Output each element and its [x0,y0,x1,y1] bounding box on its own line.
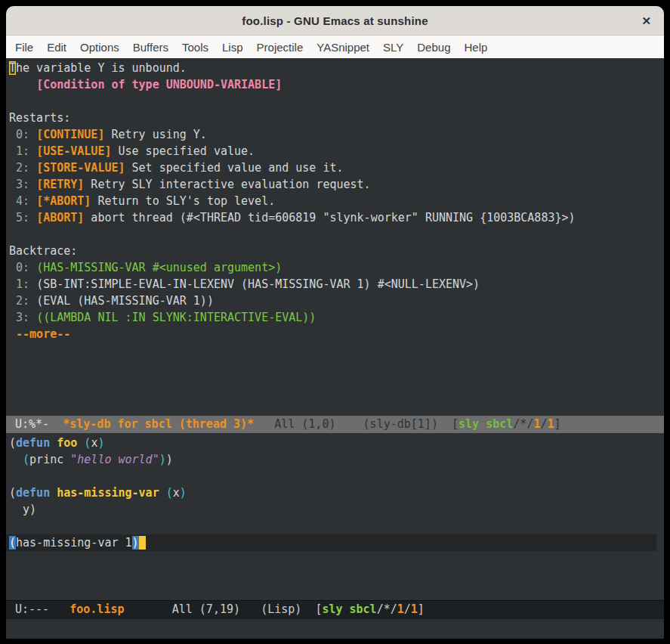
sly-db-buffer[interactable]: The variable Y is unbound. [Condition of… [6,58,664,416]
text-segment: 5: [9,211,36,224]
text-segment: /*/ [513,417,533,431]
text-segment: [Condition of type UNBOUND-VARIABLE] [36,78,282,91]
text-segment: 2: [9,161,36,175]
text-segment: ) [97,436,104,450]
text-segment: 1 [411,602,418,616]
text-segment: Set specified value and use it. [125,161,344,175]
menu-item-sly[interactable]: SLY [376,41,410,54]
text-segment: ( [9,536,16,550]
menu-bar: FileEditOptionsBuffersToolsLispProjectil… [6,36,664,58]
text-segment: U:--- [15,602,49,616]
text-segment: / [404,602,411,616]
text-segment: 1: [9,277,36,291]
text-segment: 1: [9,144,36,158]
text-line: 3: ((LAMBDA NIL :IN SLYNK:INTERACTIVE-EV… [6,309,664,326]
menu-item-help[interactable]: Help [457,41,494,54]
text-segment: (EVAL (HAS-MISSING-VAR 1)) [36,294,214,308]
text-segment [49,417,63,431]
text-segment: Retry SLY interactive evaluation request… [84,178,370,191]
text-line: (princ "hello world")) [6,451,664,468]
text-segment: [ABORT] [36,211,84,224]
text-segment: Restarts: [9,111,70,125]
text-segment: [*ABORT] [36,194,91,208]
text-line [6,468,664,485]
text-segment: Use specified value. [111,144,255,158]
text-segment: 3: [9,311,36,324]
text-segment: sly sbcl [459,417,513,431]
text-segment [240,602,261,616]
modeline-foo-lisp[interactable]: U:--- foo.lisp All (7,19) (Lisp) [sly sb… [6,600,664,619]
text-segment: 1 [397,602,404,616]
menu-item-yasnippet[interactable]: YASnippet [310,41,376,54]
text-segment: [USE-VALUE] [36,144,111,158]
text-segment: Retry using Y. [104,128,206,141]
text-segment: ( [166,486,173,500]
text-segment [438,417,452,431]
text-segment: --more-- [16,327,70,341]
text-segment: sly sbcl [322,602,376,616]
menu-item-projectile[interactable]: Projectile [250,41,310,54]
text-line: 5: [ABORT] abort thread (#<THREAD tid=60… [6,209,664,226]
text-segment: has-missing-var 1 [16,536,132,550]
text-segment: ) [180,486,187,500]
menu-item-file[interactable]: File [8,41,40,54]
text-segment [9,78,36,91]
window-titlebar[interactable]: foo.lisp - GNU Emacs at sunshine ✕ [6,6,664,36]
text-line: [Condition of type UNBOUND-VARIABLE] [6,76,664,93]
text-segment [50,436,57,450]
text-segment: All (1,0) [274,417,335,431]
text-segment: U:%*- [15,417,49,431]
text-segment: ) [166,453,173,466]
text-segment: ( [9,436,16,450]
menu-item-debug[interactable]: Debug [410,41,457,54]
text-segment: [STORE-VALUE] [36,161,125,175]
text-segment [254,417,274,431]
menu-item-options[interactable]: Options [73,41,126,54]
text-segment: abort thread (#<THREAD tid=606819 "slynk… [84,211,575,224]
text-line: (defun foo (x) [6,435,664,451]
text-segment: 0: [9,261,36,274]
source-buffer[interactable]: (defun foo (x) (princ "hello world")) (d… [6,433,664,600]
text-cursor: T [9,61,16,75]
text-line: 4: [*ABORT] Return to SLY's top level. [6,193,664,209]
text-line: --more-- [6,326,664,342]
text-segment [49,602,69,616]
menu-item-buffers[interactable]: Buffers [126,41,175,54]
text-segment: (HAS-MISSING-VAR #<unused argument>) [36,261,282,274]
text-line: 2: (EVAL (HAS-MISSING-VAR 1)) [6,293,664,309]
text-segment: (SB-INT:SIMPLE-EVAL-IN-LEXENV (HAS-MISSI… [36,277,480,291]
text-segment: All (7,19) [172,602,240,616]
text-segment [125,602,172,616]
text-line: 3: [RETRY] Retry SLY interactive evaluat… [6,176,664,193]
text-line: 2: [STORE-VALUE] Set specified value and… [6,159,664,176]
text-line: (defun has-missing-var (x) [6,485,664,501]
text-line [6,93,664,110]
menu-item-tools[interactable]: Tools [175,41,215,54]
text-segment: ) [132,536,139,550]
text-segment [9,327,16,341]
text-segment: "hello world" [70,453,159,466]
text-segment: ] [554,417,560,431]
text-segment: he variable Y is unbound. [16,61,187,75]
text-line [6,518,664,534]
text-line: 1: (SB-INT:SIMPLE-EVAL-IN-LEXENV (HAS-MI… [6,276,664,293]
window-title: foo.lisp - GNU Emacs at sunshine [242,14,428,27]
menu-item-lisp[interactable]: Lisp [215,41,250,54]
text-segment: Return to SLY's top level. [91,194,275,208]
text-segment: has-missing-var [57,486,159,500]
text-line [6,226,664,243]
text-segment [335,417,363,431]
text-segment: x [173,486,180,500]
text-line: 0: [CONTINUE] Retry using Y. [6,126,664,143]
text-segment: *sly-db for sbcl (thread 3)* [63,417,254,431]
modeline-sly-db[interactable]: U:%*- *sly-db for sbcl (thread 3)* All (… [6,416,664,433]
text-segment: ) [159,453,166,466]
text-segment: 2: [9,294,36,308]
echo-area[interactable] [6,619,664,639]
text-segment: ( [9,486,16,500]
close-icon[interactable]: ✕ [641,15,651,26]
menu-item-edit[interactable]: Edit [40,41,73,54]
text-segment: 3: [9,178,36,191]
text-segment: (sly-db[1]) [363,417,438,431]
text-segment: 4: [9,194,36,208]
